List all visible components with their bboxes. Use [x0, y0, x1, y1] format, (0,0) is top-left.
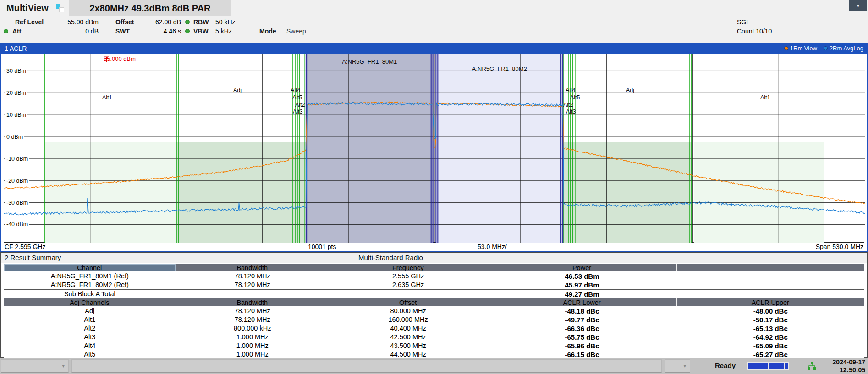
adjacent-channel-region: [45, 142, 176, 243]
statusbar-message-panel: [71, 359, 662, 373]
legend-item-2rm-avglog[interactable]: 2Rm AvgLog: [824, 45, 863, 52]
up-arrow-icon: [104, 55, 110, 62]
tx-channel-block-1: [306, 54, 433, 243]
swt-label[interactable]: SWT: [115, 27, 130, 35]
trace-color-dot-icon: [824, 46, 828, 50]
table-cell: 78.120 MHz: [176, 307, 329, 315]
result-summary-title: 2 Result Summary: [5, 254, 61, 261]
tab-bar: MultiView 2x80MHz 49.3dBm 8dB PAR ▾: [0, 0, 868, 16]
column-header-adj-channels: Adj Channels: [4, 298, 176, 306]
ref-level-value[interactable]: 55.00 dBm: [60, 18, 99, 26]
region-label-alt2: Alt2: [295, 102, 305, 108]
table-cell: 42.500 MHz: [329, 333, 488, 341]
table-cell: [677, 272, 864, 281]
table-cell: 43.500 MHz: [329, 341, 488, 350]
column-header-bandwidth: Bandwidth: [176, 298, 329, 306]
column-header-power: Power: [487, 264, 676, 271]
center-frequency[interactable]: CF 2.595 GHz: [5, 243, 45, 250]
table-cell: [329, 290, 488, 298]
table-cell: -65.96 dBc: [487, 341, 676, 350]
mode-value[interactable]: Sweep: [286, 27, 306, 35]
table-row[interactable]: A:NR5G_FR1_80M2 (Ref)78.120 MHz2.635 GHz…: [4, 281, 864, 289]
table-cell: [176, 290, 329, 298]
table-cell: -65.13 dBc: [677, 324, 864, 333]
date-value: 2024-09-17: [832, 358, 865, 366]
y-axis-tick-label: 20 dBm: [5, 90, 27, 96]
y-axis-tick-label: 0 dBm: [5, 134, 24, 140]
att-led-icon: [4, 29, 8, 33]
table-row[interactable]: Alt31.000 MHz42.500 MHz-65.75 dBc-64.92 …: [4, 333, 864, 341]
table-cell: 46.53 dBm: [487, 272, 676, 281]
statusbar-dropdown-left[interactable]: ▾: [1, 359, 69, 373]
progress-segment: [776, 363, 780, 369]
spectrum-analyzer-screen: MultiView 2x80MHz 49.3dBm 8dB PAR ▾ Ref …: [0, 0, 868, 374]
table-cell: [677, 281, 864, 289]
y-axis-tick-label: 30 dBm: [5, 68, 27, 74]
legend-label: 2Rm AvgLog: [830, 45, 863, 52]
mode-label[interactable]: Mode: [259, 27, 276, 35]
statusbar-dropdown-right[interactable]: ▾: [665, 359, 690, 373]
region-label-alt4: Alt4: [566, 87, 576, 93]
table-row[interactable]: Alt41.000 MHz43.500 MHz-65.96 dBc-65.09 …: [4, 341, 864, 350]
att-label[interactable]: Att: [12, 27, 21, 35]
progress-segment: [756, 363, 760, 369]
sweep-points: 10001 pts: [308, 243, 336, 250]
offset-label[interactable]: Offset: [115, 18, 134, 26]
span-value[interactable]: Span 530.0 MHz: [816, 243, 863, 250]
tab-measurement-channel[interactable]: 2x80MHz 49.3dBm 8dB PAR: [69, 0, 231, 16]
legend-label: 1Rm View: [790, 45, 817, 52]
tx-channel-block-2: [436, 54, 563, 243]
region-label-alt3: Alt3: [566, 108, 576, 115]
network-status-icon: [808, 362, 817, 372]
aclr-titlebar[interactable]: 1 ACLR 1Rm View2Rm AvgLog: [1, 44, 867, 54]
swt-value[interactable]: 4.46 s: [147, 27, 181, 35]
result-summary-table: ChannelBandwidthFrequencyPowerA:NR5G_FR1…: [4, 263, 864, 359]
spectrum-plot: [4, 54, 865, 243]
rbw-label[interactable]: RBW: [193, 18, 209, 26]
table-row[interactable]: Adj78.120 MHz80.000 MHz-48.18 dBc-48.00 …: [4, 307, 864, 315]
column-header-channel[interactable]: Channel: [4, 264, 176, 271]
region-label-adj: Adj: [626, 87, 634, 93]
table-row[interactable]: Alt178.120 MHz160.000 MHz-49.77 dBc-50.1…: [4, 315, 864, 324]
status-bar: ▾ ▾ Ready 2024-09-17 12:50:05: [0, 358, 868, 374]
legend-item-1rm-view[interactable]: 1Rm View: [784, 45, 817, 52]
chevron-down-icon: ▾: [857, 2, 859, 9]
window-menu-button[interactable]: ▾: [849, 0, 867, 11]
table-cell: 78.120 MHz: [176, 272, 329, 281]
table-cell: Alt1: [4, 315, 176, 324]
multiview-icon: [56, 4, 65, 13]
att-value[interactable]: 0 dB: [60, 27, 99, 35]
table-cell: Adj: [4, 307, 176, 315]
progress-segment: [785, 363, 788, 369]
table-cell: 40.400 MHz: [329, 324, 488, 333]
adjacent-channel-region: [694, 142, 824, 243]
rbw-value[interactable]: 50 kHz: [215, 18, 236, 26]
table-row[interactable]: A:NR5G_FR1_80M1 (Ref)78.120 MHz2.555 GHz…: [4, 272, 864, 281]
table-cell: -65.09 dBc: [677, 341, 864, 350]
table-cell: Alt2: [4, 324, 176, 333]
trace-legend: 1Rm View2Rm AvgLog: [778, 45, 863, 52]
region-label-alt1: Alt1: [102, 94, 112, 101]
table-cell: -64.92 dBc: [677, 333, 864, 341]
vbw-led-icon: [185, 29, 190, 33]
table-cell: -66.36 dBc: [487, 324, 676, 333]
tab-multiview[interactable]: MultiView: [6, 3, 49, 13]
y-axis-tick-label: -40 dBm: [5, 221, 29, 228]
chevron-down-icon: ▾: [62, 363, 65, 369]
table-cell: 1.000 MHz: [176, 333, 329, 341]
spectrum-chart[interactable]: 30 dBm20 dBm10 dBm0 dBm-10 dBm-20 dBm-30…: [4, 54, 864, 243]
table-cell: 2.555 GHz: [329, 272, 488, 281]
vbw-label[interactable]: VBW: [193, 27, 209, 35]
ref-level-label[interactable]: Ref Level: [15, 18, 44, 26]
column-header-bandwidth: Bandwidth: [176, 264, 329, 271]
offset-value[interactable]: 62.00 dB: [147, 18, 181, 26]
vbw-value[interactable]: 5 kHz: [215, 27, 232, 35]
column-header-frequency: Frequency: [329, 264, 488, 271]
y-axis-tick-label: -10 dBm: [5, 156, 29, 162]
sweep-progress-bar: [747, 362, 789, 370]
table-row[interactable]: Alt2800.000 kHz40.400 MHz-66.36 dBc-65.1…: [4, 324, 864, 333]
ref-level-marker[interactable]: 55.000 dBm: [104, 55, 136, 62]
table-cell: 78.120 MHz: [176, 315, 329, 324]
result-summary-titlebar[interactable]: 2 Result Summary Multi-Standard Radio: [1, 253, 867, 263]
table-row[interactable]: Sub Block A Total49.27 dBm: [4, 289, 864, 298]
